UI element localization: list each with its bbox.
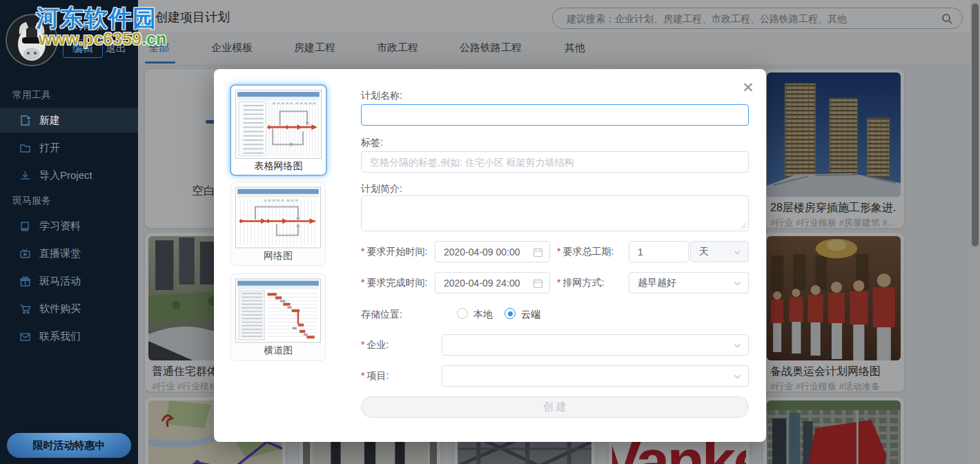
folder-icon: [19, 142, 31, 154]
radio-local-label[interactable]: 本地: [473, 309, 493, 321]
template-tile-table-network[interactable]: 表格网络图: [230, 84, 327, 176]
cart-icon: [19, 303, 31, 315]
mail-icon: [19, 331, 31, 342]
watermark-url-tld: .cn: [141, 29, 166, 48]
limited-time-promo-button[interactable]: 限时活动特惠中: [7, 433, 131, 458]
close-icon[interactable]: ✕: [740, 79, 756, 96]
scheduling-label: *排网方式:: [557, 277, 604, 289]
tag-input[interactable]: [362, 152, 748, 172]
start-time-label: *要求开始时间:: [361, 246, 427, 258]
finish-time-label: *要求完成时间:: [361, 277, 427, 289]
sidebar-item-label: 软件购买: [39, 302, 81, 316]
sidebar-item-label: 学习资料: [39, 220, 81, 233]
template-label: 表格网络图: [231, 160, 326, 173]
import-download-icon: [19, 170, 31, 182]
sidebar-item-live-class[interactable]: 直播课堂: [0, 241, 138, 266]
plan-name-input-wrap: [361, 104, 749, 126]
template-tile-network[interactable]: 网络图: [231, 182, 326, 266]
sidebar-item-learning[interactable]: 学习资料: [0, 213, 138, 238]
chevron-down-icon: [733, 372, 742, 381]
sidebar-item-label: 打开: [39, 142, 60, 155]
template-label: 网络图: [231, 250, 325, 262]
plan-name-input[interactable]: [362, 105, 748, 125]
live-tv-icon: [19, 248, 31, 260]
app-window: 创建项目计划 全部 企业模板 房建工程 市政工程 公路铁路工程 其他 空白: [0, 0, 980, 464]
sidebar-item-purchase[interactable]: 软件购买: [0, 296, 138, 321]
sidebar-item-new[interactable]: 新建: [0, 108, 138, 133]
create-plan-dialog: ✕ 表格网络图: [214, 69, 766, 442]
sidebar-item-import-project[interactable]: 导入Project: [0, 163, 138, 188]
book-icon: [19, 220, 31, 232]
enterprise-label: *企业:: [361, 339, 389, 351]
gantt-thumbnail-icon: [235, 278, 321, 343]
total-duration-input[interactable]: [629, 242, 688, 262]
sidebar-item-label: 导入Project: [39, 169, 92, 182]
duration-unit-select[interactable]: 天: [690, 241, 749, 262]
radio-local[interactable]: [457, 308, 468, 319]
summary-label: 计划简介:: [361, 183, 402, 195]
resize-grip-icon[interactable]: [740, 222, 747, 229]
template-label: 横道图: [231, 345, 325, 357]
sidebar-item-label: 斑马活动: [39, 275, 81, 288]
duration-unit-value: 天: [699, 246, 709, 258]
start-time-picker[interactable]: [435, 241, 550, 262]
enterprise-select[interactable]: [442, 334, 749, 356]
calendar-icon[interactable]: [533, 278, 543, 289]
chevron-down-icon: [733, 248, 742, 257]
sidebar-item-open[interactable]: 打开: [0, 135, 138, 160]
scheduling-value: 越早越好: [638, 277, 676, 289]
sidebar-item-zebra-activity[interactable]: 斑马活动: [0, 269, 138, 293]
sidebar-item-contact-us[interactable]: 联系我们: [0, 324, 138, 349]
storage-label: 存储位置:: [361, 309, 402, 321]
watermark-url-main: www.pc6359: [39, 29, 141, 48]
calendar-icon[interactable]: [533, 247, 543, 258]
scheduling-select[interactable]: 越早越好: [629, 272, 749, 293]
sidebar-item-label: 联系我们: [39, 330, 81, 343]
watermark-site-url: www.pc6359.cn: [39, 29, 166, 49]
file-plus-icon: [19, 115, 31, 126]
chevron-down-icon: [733, 279, 742, 288]
plan-name-label: 计划名称:: [361, 90, 402, 102]
chevron-down-icon: [733, 341, 742, 350]
radio-cloud[interactable]: [504, 308, 516, 319]
finish-time-picker[interactable]: [435, 272, 550, 293]
project-select[interactable]: [442, 365, 749, 387]
radio-cloud-label[interactable]: 云端: [521, 309, 540, 321]
total-duration-label: *要求总工期:: [557, 246, 614, 258]
sidebar-section-zebra-services: 斑马服务: [12, 195, 51, 207]
template-tile-gantt[interactable]: 横道图: [231, 273, 326, 361]
total-duration-input-wrap: [629, 241, 689, 262]
gift-icon: [19, 276, 31, 287]
sidebar-item-label: 直播课堂: [39, 247, 81, 260]
tag-label: 标签:: [361, 137, 383, 149]
tag-input-wrap: [361, 151, 749, 173]
network-thumbnail-icon: [235, 186, 321, 249]
summary-textarea[interactable]: [361, 195, 749, 231]
project-label: *项目:: [361, 370, 389, 383]
sidebar-item-label: 新建: [39, 114, 60, 127]
sidebar: 刘青蔡 编辑 退出 常用工具 新建 打开 导入Project 斑马服务 学习资料…: [0, 0, 138, 464]
sidebar-section-common-tools: 常用工具: [12, 89, 51, 102]
table-network-thumbnail-icon: [235, 90, 322, 159]
create-button[interactable]: 创 建: [361, 396, 749, 418]
